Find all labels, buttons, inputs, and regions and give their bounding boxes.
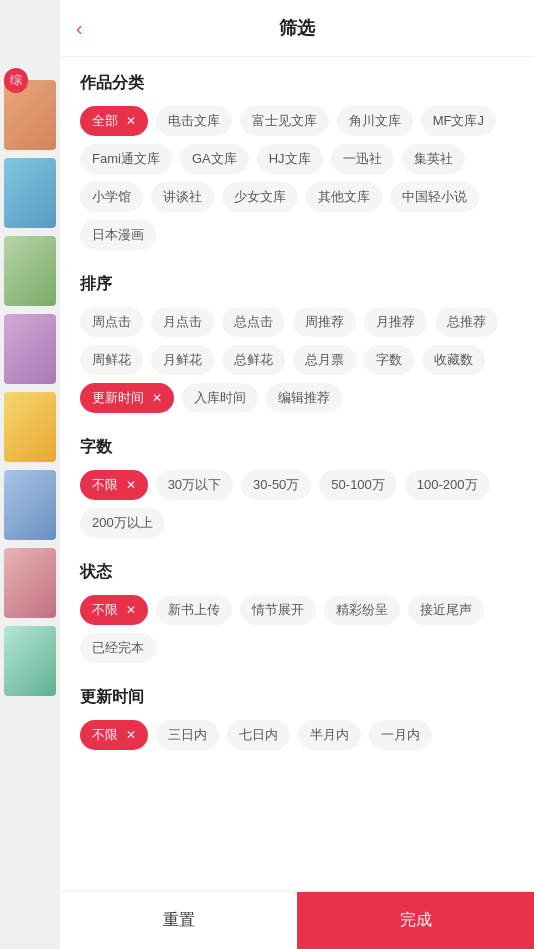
tag-update-time-3[interactable]: 半月内 <box>298 720 361 750</box>
tag-status-2[interactable]: 情节展开 <box>240 595 316 625</box>
section-status-title: 状态 <box>80 562 514 583</box>
tag-category-0[interactable]: 全部 ✕ <box>80 106 148 136</box>
tag-sort-8[interactable]: 总鲜花 <box>222 345 285 375</box>
tag-sort-2[interactable]: 总点击 <box>222 307 285 337</box>
tag-sort-11[interactable]: 收藏数 <box>422 345 485 375</box>
tag-status-4[interactable]: 接近尾声 <box>408 595 484 625</box>
tag-wordcount-5[interactable]: 200万以上 <box>80 508 165 538</box>
tag-category-8[interactable]: 一迅社 <box>331 144 394 174</box>
tag-category-2[interactable]: 富士见文库 <box>240 106 329 136</box>
tag-sort-10[interactable]: 字数 <box>364 345 414 375</box>
wordcount-tags: 不限 ✕ 30万以下 30-50万 50-100万 100-200万 200万以… <box>80 470 514 538</box>
tag-sort-12[interactable]: 更新时间 ✕ <box>80 383 174 413</box>
tag-status-0[interactable]: 不限 ✕ <box>80 595 148 625</box>
sidebar-book-4 <box>4 314 56 384</box>
tag-status-5[interactable]: 已经完本 <box>80 633 156 663</box>
back-button[interactable]: ‹ <box>76 17 83 40</box>
sidebar-content <box>0 0 60 696</box>
update-time-tags: 不限 ✕ 三日内 七日内 半月内 一月内 <box>80 720 514 750</box>
sidebar-book-5 <box>4 392 56 462</box>
page-title: 筛选 <box>279 16 315 40</box>
category-tags: 全部 ✕ 电击文库 富士见文库 角川文库 MF文库J Fami通文库 GA文库 … <box>80 106 514 250</box>
tag-category-12[interactable]: 少女文库 <box>222 182 298 212</box>
section-update-time-title: 更新时间 <box>80 687 514 708</box>
tag-category-13[interactable]: 其他文库 <box>306 182 382 212</box>
tag-category-15[interactable]: 日本漫画 <box>80 220 156 250</box>
section-status: 状态 不限 ✕ 新书上传 情节展开 精彩纷呈 接近尾声 已经完本 <box>80 562 514 663</box>
app-overlay: 综 ‹ 筛选 作品分类 全部 ✕ 电击文库 富士 <box>0 0 534 949</box>
filter-header: ‹ 筛选 <box>60 0 534 57</box>
reset-button[interactable]: 重置 <box>60 892 297 949</box>
tag-category-1[interactable]: 电击文库 <box>156 106 232 136</box>
sidebar-book-3 <box>4 236 56 306</box>
sidebar-book-7 <box>4 548 56 618</box>
tag-category-6[interactable]: GA文库 <box>180 144 249 174</box>
tag-wordcount-2[interactable]: 30-50万 <box>241 470 311 500</box>
tag-category-9[interactable]: 集英社 <box>402 144 465 174</box>
tag-status-1[interactable]: 新书上传 <box>156 595 232 625</box>
tag-category-5[interactable]: Fami通文库 <box>80 144 172 174</box>
filter-content: 作品分类 全部 ✕ 电击文库 富士见文库 角川文库 MF文库J Fami通文库 … <box>60 57 534 891</box>
tag-sort-13[interactable]: 入库时间 <box>182 383 258 413</box>
section-category-title: 作品分类 <box>80 73 514 94</box>
tag-sort-3[interactable]: 周推荐 <box>293 307 356 337</box>
section-category: 作品分类 全部 ✕ 电击文库 富士见文库 角川文库 MF文库J Fami通文库 … <box>80 73 514 250</box>
tag-update-time-2[interactable]: 七日内 <box>227 720 290 750</box>
tag-sort-0[interactable]: 周点击 <box>80 307 143 337</box>
section-sort-title: 排序 <box>80 274 514 295</box>
sidebar-book-2 <box>4 158 56 228</box>
tag-category-11[interactable]: 讲谈社 <box>151 182 214 212</box>
status-tags: 不限 ✕ 新书上传 情节展开 精彩纷呈 接近尾声 已经完本 <box>80 595 514 663</box>
sidebar-book-6 <box>4 470 56 540</box>
tag-category-3[interactable]: 角川文库 <box>337 106 413 136</box>
sidebar-tab[interactable]: 综 <box>4 68 28 93</box>
tag-sort-5[interactable]: 总推荐 <box>435 307 498 337</box>
tag-sort-4[interactable]: 月推荐 <box>364 307 427 337</box>
confirm-button[interactable]: 完成 <box>297 892 534 949</box>
sidebar-book-8 <box>4 626 56 696</box>
sidebar-peek: 综 <box>0 0 60 949</box>
tag-sort-1[interactable]: 月点击 <box>151 307 214 337</box>
tag-category-14[interactable]: 中国轻小说 <box>390 182 479 212</box>
section-wordcount-title: 字数 <box>80 437 514 458</box>
tag-update-time-1[interactable]: 三日内 <box>156 720 219 750</box>
tag-category-10[interactable]: 小学馆 <box>80 182 143 212</box>
section-wordcount: 字数 不限 ✕ 30万以下 30-50万 50-100万 100-200万 20… <box>80 437 514 538</box>
tag-status-3[interactable]: 精彩纷呈 <box>324 595 400 625</box>
bottom-bar: 重置 完成 <box>60 891 534 949</box>
section-update-time: 更新时间 不限 ✕ 三日内 七日内 半月内 一月内 <box>80 687 514 750</box>
filter-panel: ‹ 筛选 作品分类 全部 ✕ 电击文库 富士见文库 角川文库 MF文库J Fam… <box>60 0 534 949</box>
section-sort: 排序 周点击 月点击 总点击 周推荐 月推荐 总推荐 周鲜花 月鲜花 总鲜花 总… <box>80 274 514 413</box>
tag-update-time-4[interactable]: 一月内 <box>369 720 432 750</box>
tag-sort-7[interactable]: 月鲜花 <box>151 345 214 375</box>
sort-tags: 周点击 月点击 总点击 周推荐 月推荐 总推荐 周鲜花 月鲜花 总鲜花 总月票 … <box>80 307 514 413</box>
tag-sort-14[interactable]: 编辑推荐 <box>266 383 342 413</box>
tag-wordcount-1[interactable]: 30万以下 <box>156 470 233 500</box>
tag-sort-6[interactable]: 周鲜花 <box>80 345 143 375</box>
tag-update-time-0[interactable]: 不限 ✕ <box>80 720 148 750</box>
tag-wordcount-0[interactable]: 不限 ✕ <box>80 470 148 500</box>
tag-wordcount-3[interactable]: 50-100万 <box>319 470 396 500</box>
tag-category-7[interactable]: HJ文库 <box>257 144 323 174</box>
tag-sort-9[interactable]: 总月票 <box>293 345 356 375</box>
tag-wordcount-4[interactable]: 100-200万 <box>405 470 490 500</box>
tag-category-4[interactable]: MF文库J <box>421 106 496 136</box>
